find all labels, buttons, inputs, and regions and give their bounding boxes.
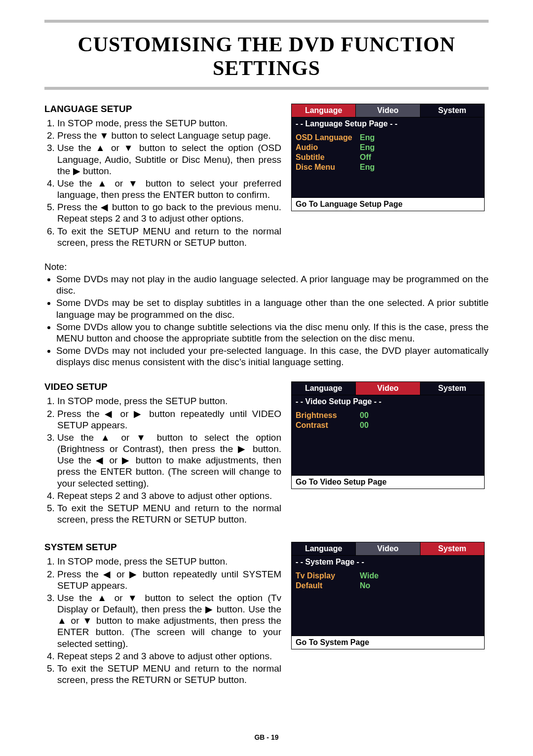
note-label: Note: — [44, 262, 67, 272]
note-item: Some DVDs may not play in the audio lang… — [56, 273, 489, 296]
top-band — [44, 20, 489, 23]
manual-page: CUSTOMISING THE DVD FUNCTION SETTINGS LA… — [0, 0, 533, 756]
system-step-3: Use the ▲ or ▼ button to select the opti… — [57, 592, 281, 649]
osd-key: Disc Menu — [296, 163, 360, 172]
lang-step-4: Use the ▲ or ▼ button to select your pre… — [57, 178, 281, 200]
note-item: Some DVDs allow you to change subtitle s… — [56, 321, 489, 344]
video-step-1: In STOP mode, press the SETUP button. — [57, 395, 281, 407]
system-osd-body: Tv DisplayWide DefaultNo — [292, 568, 484, 636]
osd-val: Off — [360, 153, 371, 162]
language-setup-section: LANGUAGE SETUP In STOP mode, press the S… — [44, 104, 489, 368]
system-step-1: In STOP mode, press the SETUP button. — [57, 556, 281, 567]
video-step-2: Press the ◀ or ▶ button repeatedly until… — [57, 408, 281, 431]
page-title: CUSTOMISING THE DVD FUNCTION SETTINGS — [44, 33, 489, 80]
video-osd-body: Brightness00 Contrast00 — [292, 408, 484, 475]
video-setup-section: VIDEO SETUP In STOP mode, press the SETU… — [44, 381, 489, 528]
osd-key: Tv Display — [296, 571, 360, 580]
note-item: Some DVDs may not included your pre-sele… — [56, 345, 489, 368]
osd-val: Eng — [360, 143, 375, 152]
tab-system: System — [420, 542, 484, 555]
tab-system: System — [420, 382, 484, 395]
osd-val: 00 — [360, 421, 369, 430]
osd-val: Eng — [360, 163, 375, 172]
tab-language: Language — [292, 104, 356, 117]
bottom-band — [44, 87, 489, 90]
system-setup-steps: In STOP mode, press the SETUP button. Pr… — [44, 556, 281, 685]
system-step-5: To exit the SETUP MENU and return to the… — [57, 663, 281, 685]
video-setup-steps: In STOP mode, press the SETUP button. Pr… — [44, 395, 281, 525]
osd-key: OSD Language — [296, 133, 360, 142]
osd-val: Eng — [360, 133, 375, 142]
system-setup-section: SYSTEM SETUP In STOP mode, press the SET… — [44, 542, 489, 688]
osd-key: Contrast — [296, 421, 360, 430]
osd-key: Default — [296, 581, 360, 590]
video-osd-panel: Language Video System - - Video Setup Pa… — [291, 381, 485, 489]
lang-step-2: Press the ▼ button to select Language se… — [57, 130, 281, 141]
system-osd-panel: Language Video System - - System Page - … — [291, 542, 485, 649]
note-item: Some DVDs may be set to display subtitle… — [56, 297, 489, 320]
osd-key: Subtitle — [296, 153, 360, 162]
page-footer: GB - 19 — [0, 733, 533, 741]
language-setup-heading: LANGUAGE SETUP — [44, 104, 281, 114]
video-step-5: To exit the SETUP MENU and return to the… — [57, 502, 281, 525]
video-step-4: Repeat steps 2 and 3 above to adjust oth… — [57, 490, 281, 501]
system-step-4: Repeat steps 2 and 3 above to adjust oth… — [57, 650, 281, 662]
video-setup-heading: VIDEO SETUP — [44, 381, 281, 392]
language-setup-steps: In STOP mode, press the SETUP button. Pr… — [44, 117, 281, 248]
language-osd-tabs: Language Video System — [292, 104, 484, 117]
system-osd-footer: Go To System Page — [292, 636, 484, 649]
osd-val: No — [360, 581, 370, 590]
video-osd-footer: Go To Video Setup Page — [292, 475, 484, 489]
video-osd-subhead: - - Video Setup Page - - — [292, 395, 484, 408]
language-osd-subhead: - - Language Setup Page - - — [292, 117, 484, 130]
tab-video: Video — [356, 104, 420, 117]
tab-video: Video — [356, 542, 420, 555]
lang-step-6: To exit the SETUP MENU and return to the… — [57, 226, 281, 248]
osd-key: Brightness — [296, 411, 360, 420]
tab-system: System — [420, 104, 484, 117]
language-notes: Note: Some DVDs may not play in the audi… — [44, 261, 489, 368]
osd-key: Audio — [296, 143, 360, 152]
lang-step-3: Use the ▲ or ▼ button to select the opti… — [57, 142, 281, 177]
tab-video: Video — [356, 382, 420, 395]
system-osd-subhead: - - System Page - - — [292, 556, 484, 568]
osd-val: 00 — [360, 411, 369, 420]
osd-val: Wide — [360, 571, 379, 580]
language-osd-panel: Language Video System - - Language Setup… — [291, 104, 485, 211]
lang-step-5: Press the ◀ button to go back to the pre… — [57, 201, 281, 224]
tab-language: Language — [292, 382, 356, 395]
tab-language: Language — [292, 542, 356, 555]
video-step-3: Use the ▲ or ▼ button to select the opti… — [57, 432, 281, 489]
language-osd-footer: Go To Language Setup Page — [292, 197, 484, 211]
language-notes-list: Some DVDs may not play in the audio lang… — [44, 273, 489, 368]
lang-step-1: In STOP mode, press the SETUP button. — [57, 117, 281, 129]
video-osd-tabs: Language Video System — [292, 382, 484, 395]
language-osd-body: OSD LanguageEng AudioEng SubtitleOff Dis… — [292, 130, 484, 197]
system-setup-heading: SYSTEM SETUP — [44, 542, 281, 553]
system-step-2: Press the ◀ or ▶ button repeatedly until… — [57, 568, 281, 591]
system-osd-tabs: Language Video System — [292, 542, 484, 556]
